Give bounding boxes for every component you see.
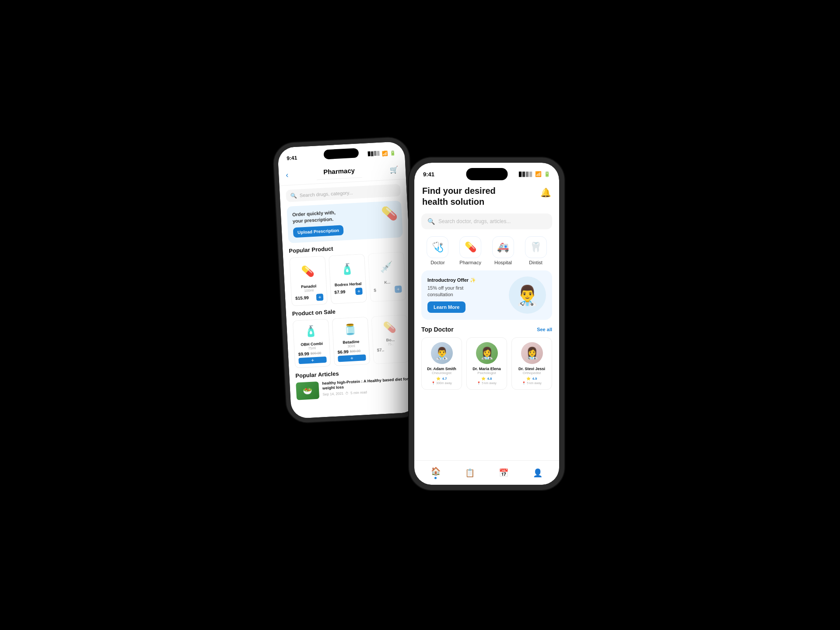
category-label-doctor: Doctor bbox=[430, 260, 444, 265]
location-icon-adam: 📍 bbox=[431, 382, 435, 385]
offer-card: Introductroy Offer ✨ 15% off your first … bbox=[421, 270, 552, 320]
signal-icon-front: ▊▊▊▊ bbox=[519, 172, 533, 177]
doctor-card-adam[interactable]: 👨‍⚕️ Dr. Adam Smith Cheurólogist ⭐ 4.7 📍… bbox=[421, 337, 462, 390]
location-icon-maria: 📍 bbox=[477, 382, 481, 385]
signal-icon-back: ▊▊▊▊ bbox=[368, 151, 380, 156]
distance-adam: 300m away bbox=[436, 382, 452, 385]
product-name-bodrex: Bodrex Herbal bbox=[334, 281, 362, 287]
pill-decoration-icon: 💊 bbox=[381, 205, 398, 221]
doctor-card-stevi[interactable]: 👩‍⚕️ Dr. Stevi Jessi Orthopedist ⭐ 4.9 📍… bbox=[511, 337, 552, 390]
health-search-placeholder[interactable]: Search doctor, drugs, articles... bbox=[438, 218, 511, 224]
wifi-icon-back: 📶 bbox=[382, 150, 388, 156]
doctor-card-maria[interactable]: 👩‍⚕️ Dr. Maria Elena Psichólogist ⭐ 4.8 … bbox=[466, 337, 507, 390]
sale-price-obh: $9.99 bbox=[298, 351, 309, 357]
product-card-bodrex[interactable]: 🧴 Bodrex Herbal $7.99 + bbox=[329, 254, 367, 304]
category-label-pharmacy: Pharmacy bbox=[459, 260, 481, 265]
betadine-icon: 🫙 bbox=[343, 323, 357, 336]
doctor-illustration: 👨‍⚕️ bbox=[509, 276, 546, 314]
doctor-spec-stevi: Orthopedist bbox=[515, 371, 548, 375]
nav-orders[interactable]: 📋 bbox=[459, 466, 481, 480]
rating-maria: 4.8 bbox=[487, 377, 492, 381]
sale-card-obh[interactable]: 🧴 OBH Combi 75ml $9.99 $00.00 + bbox=[293, 318, 331, 368]
offer-description: 15% off your first consultation bbox=[427, 285, 505, 298]
status-time-back: 9:41 bbox=[287, 155, 298, 161]
k-icon: 💉 bbox=[380, 260, 393, 273]
nav-calendar[interactable]: 📅 bbox=[493, 466, 514, 480]
search-icon-front: 🔍 bbox=[427, 218, 435, 225]
star-icon-maria: ⭐ bbox=[481, 377, 486, 381]
doctor-category-icon: 🩺 bbox=[432, 242, 444, 253]
article-date-0: Sep 14, 2021 bbox=[322, 392, 343, 396]
add-panadol-button[interactable]: + bbox=[316, 294, 324, 301]
add-k-button[interactable]: + bbox=[395, 285, 402, 293]
hospital-category-icon: 🚑 bbox=[497, 242, 509, 253]
category-label-dintist: Dintist bbox=[529, 260, 542, 265]
avatar-adam: 👨‍⚕️ bbox=[431, 342, 453, 364]
category-doctor[interactable]: 🩺 Doctor bbox=[427, 236, 448, 265]
obh-icon: 🧴 bbox=[304, 325, 318, 338]
sale-original-betadine: $00.00 bbox=[350, 349, 360, 353]
add-obh-button[interactable]: + bbox=[298, 357, 327, 364]
cart-icon[interactable]: 🛒 bbox=[389, 165, 399, 174]
category-label-hospital: Hospital bbox=[494, 260, 512, 265]
orders-nav-icon: 📋 bbox=[465, 468, 475, 478]
product-price-k: $ bbox=[374, 288, 376, 293]
profile-nav-icon: 👤 bbox=[533, 468, 542, 478]
doctor-offer-icon: 👨‍⚕️ bbox=[515, 284, 539, 307]
health-title-line1: Find your desired health solution bbox=[422, 186, 496, 207]
bottom-navigation: 🏠 📋 📅 👤 bbox=[414, 460, 559, 485]
doctor-name-stevi: Dr. Stevi Jessi bbox=[515, 367, 548, 371]
product-sub-panadol: 100ml bbox=[295, 288, 323, 293]
calendar-nav-icon: 📅 bbox=[499, 468, 508, 478]
category-hospital[interactable]: 🚑 Hospital bbox=[492, 236, 514, 265]
sale-price-bo: $7.. bbox=[377, 347, 384, 353]
bo-icon: 💊 bbox=[383, 321, 396, 334]
product-name-k: K... bbox=[373, 279, 401, 285]
pharmacy-title: Pharmacy bbox=[316, 164, 362, 180]
sale-card-betadine[interactable]: 🫙 Betadine 30ml $6.99 $00.00 + bbox=[332, 317, 371, 366]
add-betadine-button[interactable]: + bbox=[338, 354, 366, 362]
sale-price-betadine: $6.99 bbox=[337, 349, 349, 354]
search-placeholder-back[interactable]: Search drugs, category... bbox=[299, 190, 353, 198]
battery-icon-back: 🔋 bbox=[390, 150, 396, 156]
nav-profile[interactable]: 👤 bbox=[527, 466, 549, 480]
doctor-spec-adam: Cheurólogist bbox=[425, 371, 458, 375]
back-button[interactable]: ‹ bbox=[286, 170, 289, 179]
status-time-front: 9:41 bbox=[423, 171, 434, 178]
star-icon-stevi: ⭐ bbox=[526, 377, 531, 381]
home-nav-icon: 🏠 bbox=[431, 466, 441, 476]
doctor-name-maria: Dr. Maria Elena bbox=[470, 367, 503, 371]
doctor-spec-maria: Psichólogist bbox=[470, 371, 503, 375]
distance-maria: 5 km away bbox=[482, 382, 496, 385]
nav-home[interactable]: 🏠 bbox=[425, 465, 447, 481]
sale-original-obh: $00.00 bbox=[310, 351, 321, 355]
banner-text: Order quickly with, your prescription. bbox=[292, 209, 343, 225]
rating-stevi: 4.9 bbox=[532, 377, 537, 381]
distance-stevi: 5 km away bbox=[527, 382, 541, 385]
avatar-stevi: 👩‍⚕️ bbox=[521, 342, 543, 364]
star-icon-adam: ⭐ bbox=[436, 377, 441, 381]
notification-bell-icon[interactable]: 🔔 bbox=[540, 187, 551, 198]
category-dintist[interactable]: 🦷 Dintist bbox=[525, 236, 547, 265]
product-card-panadol[interactable]: 💊 Panadol 100ml $15.99 + bbox=[289, 256, 328, 306]
product-price-panadol: $15.99 bbox=[295, 295, 309, 301]
add-bodrex-button[interactable]: + bbox=[355, 287, 363, 295]
see-all-button[interactable]: See all bbox=[537, 327, 552, 332]
learn-more-button[interactable]: Learn More bbox=[427, 301, 466, 313]
bodrex-icon: 🧴 bbox=[340, 262, 354, 276]
category-pharmacy[interactable]: 💊 Pharmacy bbox=[459, 236, 481, 265]
sale-card-bo[interactable]: 💊 Bo... 75.. $7.. bbox=[371, 315, 410, 364]
article-thumb-icon: 🥗 bbox=[303, 385, 313, 396]
offer-tag: Introductroy Offer ✨ bbox=[427, 277, 505, 283]
panadol-icon: 💊 bbox=[301, 265, 315, 278]
top-doctor-title: Top Doctor bbox=[421, 326, 454, 333]
upload-prescription-button[interactable]: Upload Prescription bbox=[293, 225, 344, 238]
article-read-time-0: 5 min read bbox=[350, 390, 367, 395]
product-price-bodrex: $7.99 bbox=[334, 290, 346, 295]
dintist-category-icon: 🦷 bbox=[530, 242, 542, 253]
doctor-name-adam: Dr. Adam Smith bbox=[425, 367, 458, 371]
avatar-maria: 👩‍⚕️ bbox=[476, 342, 498, 364]
battery-icon-front: 🔋 bbox=[544, 171, 550, 177]
product-card-k[interactable]: 💉 K... $ + bbox=[368, 252, 406, 302]
pharmacy-category-icon: 💊 bbox=[465, 242, 476, 253]
